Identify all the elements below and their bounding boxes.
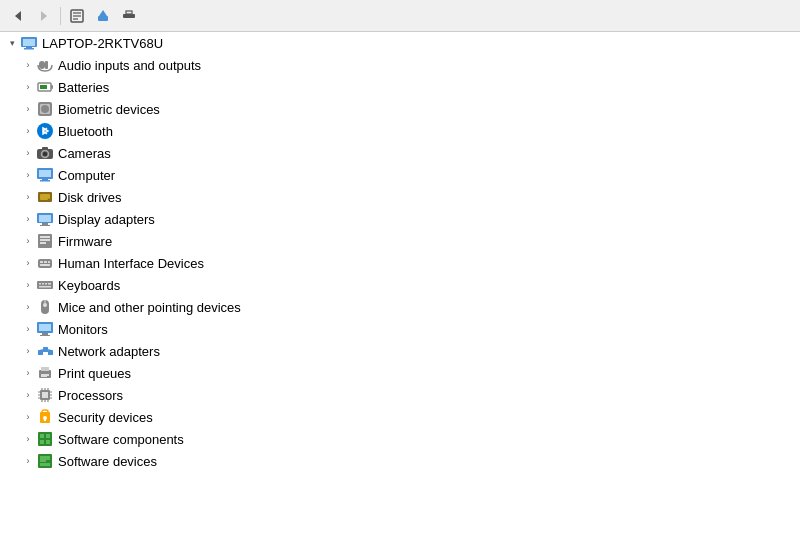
svg-rect-47 — [37, 281, 53, 289]
tree-item[interactable]: Monitors — [0, 318, 800, 340]
svg-point-21 — [41, 105, 49, 113]
root-label: LAPTOP-2RKTV68U — [42, 36, 163, 51]
svg-rect-45 — [48, 261, 50, 263]
device-label: Biometric devices — [58, 102, 160, 117]
update-driver-button[interactable] — [91, 5, 115, 27]
item-expander[interactable] — [20, 387, 36, 403]
forward-button[interactable] — [32, 5, 56, 27]
svg-rect-95 — [40, 463, 50, 466]
tree-item[interactable]: Mice and other pointing devices — [0, 296, 800, 318]
svg-rect-40 — [40, 239, 50, 241]
item-expander[interactable] — [20, 101, 36, 117]
tree-item[interactable]: Keyboards — [0, 274, 800, 296]
tree-item[interactable]: Software devices — [0, 450, 800, 472]
tree-item[interactable]: Batteries — [0, 76, 800, 98]
svg-marker-1 — [41, 11, 47, 21]
svg-rect-8 — [123, 14, 135, 18]
back-button[interactable] — [6, 5, 30, 27]
svg-rect-41 — [40, 242, 46, 244]
item-expander[interactable] — [20, 233, 36, 249]
device-icon — [36, 386, 54, 404]
svg-line-64 — [46, 350, 51, 351]
svg-point-22 — [37, 123, 53, 139]
item-expander[interactable] — [20, 167, 36, 183]
svg-rect-37 — [40, 225, 50, 226]
tree-children: Audio inputs and outputsBatteriesBiometr… — [0, 54, 800, 472]
main-area: LAPTOP-2RKTV68U Audio inputs and outputs… — [0, 32, 800, 540]
svg-rect-51 — [48, 283, 51, 285]
disable-device-button[interactable] — [117, 5, 141, 27]
item-expander[interactable] — [20, 57, 36, 73]
tree-item[interactable]: Security devices — [0, 406, 800, 428]
item-expander[interactable] — [20, 277, 36, 293]
device-icon — [36, 452, 54, 470]
device-tree[interactable]: LAPTOP-2RKTV68U Audio inputs and outputs… — [0, 32, 800, 540]
tree-item[interactable]: Network adapters — [0, 340, 800, 362]
svg-line-63 — [41, 350, 46, 351]
svg-rect-60 — [38, 350, 43, 355]
device-label: Processors — [58, 388, 123, 403]
device-icon — [36, 320, 54, 338]
item-expander[interactable] — [20, 409, 36, 425]
device-icon — [36, 408, 54, 426]
item-expander[interactable] — [20, 211, 36, 227]
device-label: Print queues — [58, 366, 131, 381]
svg-rect-49 — [42, 283, 44, 285]
svg-rect-70 — [42, 392, 48, 398]
device-icon — [36, 276, 54, 294]
tree-item[interactable]: Cameras — [0, 142, 800, 164]
device-icon — [36, 100, 54, 118]
svg-rect-67 — [41, 374, 49, 376]
svg-rect-46 — [40, 264, 50, 266]
device-label: Software components — [58, 432, 184, 447]
svg-rect-59 — [40, 335, 50, 336]
svg-rect-35 — [39, 215, 51, 222]
svg-rect-30 — [40, 180, 50, 182]
tree-root[interactable]: LAPTOP-2RKTV68U — [0, 32, 800, 54]
tree-item[interactable]: Software components — [0, 428, 800, 450]
svg-rect-13 — [24, 48, 34, 50]
device-icon — [36, 342, 54, 360]
item-expander[interactable] — [20, 123, 36, 139]
tree-item[interactable]: Firmware — [0, 230, 800, 252]
svg-rect-39 — [40, 236, 50, 238]
tree-item[interactable]: Computer — [0, 164, 800, 186]
svg-rect-44 — [44, 261, 47, 263]
svg-rect-94 — [46, 456, 50, 460]
item-expander[interactable] — [20, 365, 36, 381]
root-expander[interactable] — [4, 35, 20, 51]
svg-rect-17 — [51, 85, 53, 89]
tree-item[interactable]: Human Interface Devices — [0, 252, 800, 274]
properties-button[interactable] — [65, 5, 89, 27]
tree-item[interactable]: Audio inputs and outputs — [0, 54, 800, 76]
svg-rect-28 — [39, 170, 51, 177]
item-expander[interactable] — [20, 453, 36, 469]
tree-item[interactable]: Biometric devices — [0, 98, 800, 120]
toolbar — [0, 0, 800, 32]
item-expander[interactable] — [20, 321, 36, 337]
item-expander[interactable] — [20, 431, 36, 447]
tree-item[interactable]: Bluetooth — [0, 120, 800, 142]
item-expander[interactable] — [20, 145, 36, 161]
device-icon — [36, 210, 54, 228]
tree-item[interactable]: Print queues — [0, 362, 800, 384]
svg-rect-26 — [42, 147, 48, 150]
svg-marker-0 — [15, 11, 21, 21]
item-expander[interactable] — [20, 189, 36, 205]
tree-item[interactable]: Disk drives — [0, 186, 800, 208]
tree-item[interactable]: Display adapters — [0, 208, 800, 230]
device-label: Human Interface Devices — [58, 256, 204, 271]
svg-rect-62 — [48, 350, 53, 355]
svg-rect-42 — [38, 259, 52, 268]
device-icon — [36, 144, 54, 162]
item-expander[interactable] — [20, 79, 36, 95]
svg-rect-57 — [39, 324, 51, 331]
device-label: Batteries — [58, 80, 109, 95]
device-label: Monitors — [58, 322, 108, 337]
item-expander[interactable] — [20, 299, 36, 315]
item-expander[interactable] — [20, 343, 36, 359]
device-label: Cameras — [58, 146, 111, 161]
item-expander[interactable] — [20, 255, 36, 271]
svg-rect-89 — [46, 434, 50, 438]
tree-item[interactable]: Processors — [0, 384, 800, 406]
